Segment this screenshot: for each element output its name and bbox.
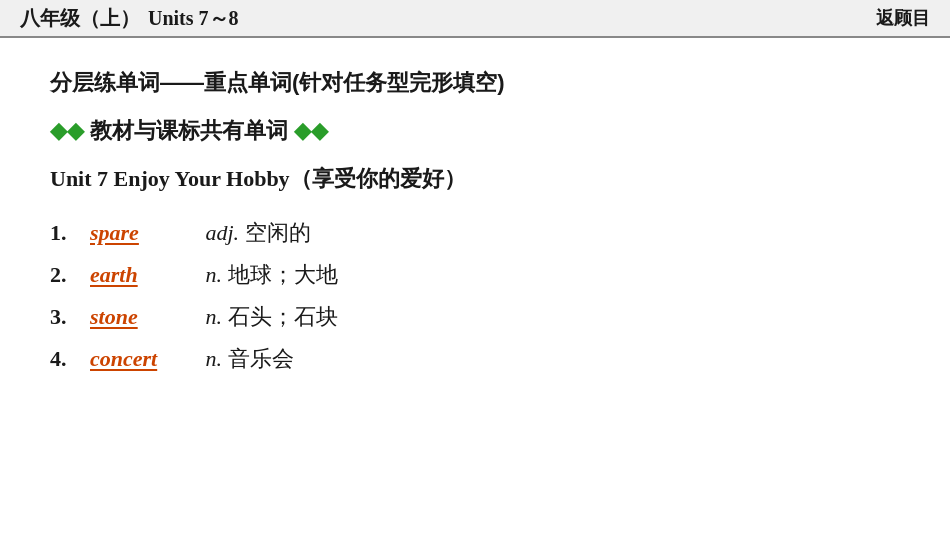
vocab-word-4: concert	[90, 346, 200, 372]
list-item: 1. spare adj. 空闲的	[50, 214, 900, 252]
vocab-pos-3: n.	[206, 304, 223, 330]
vocab-word-2: earth	[90, 262, 200, 288]
vocab-meaning-4: 音乐会	[228, 344, 294, 374]
header-units: Units 7～8	[148, 5, 239, 32]
vocab-number-1: 1.	[50, 220, 90, 246]
vocab-word-1: spare	[90, 220, 200, 246]
list-item: 4. concert n. 音乐会	[50, 340, 900, 378]
diamond-left-icon: ◆◆	[50, 118, 84, 144]
main-content: 分层练单词——重点单词(针对任务型完形填空) ◆◆ 教材与课标共有单词 ◆◆ U…	[0, 38, 950, 398]
vocab-list: 1. spare adj. 空闲的 2. earth n. 地球；大地 3. s…	[50, 214, 900, 378]
diamond-right-icon: ◆◆	[294, 118, 328, 144]
vocab-pos-2: n.	[206, 262, 223, 288]
unit-title-en: Unit 7 Enjoy Your Hobby	[50, 166, 290, 191]
section-title: 分层练单词——重点单词(针对任务型完形填空)	[50, 68, 900, 98]
vocab-word-3: stone	[90, 304, 200, 330]
vocab-number-2: 2.	[50, 262, 90, 288]
subsection-label: 教材与课标共有单词	[90, 116, 288, 146]
vocab-pos-1: adj.	[206, 220, 240, 246]
header-grade: 八年级（上）	[20, 5, 140, 32]
list-item: 3. stone n. 石头；石块	[50, 298, 900, 336]
unit-title: Unit 7 Enjoy Your Hobby（享受你的爱好）	[50, 164, 900, 194]
header: 八年级（上） Units 7～8 返顾目	[0, 0, 950, 38]
vocab-number-3: 3.	[50, 304, 90, 330]
unit-title-cn: （享受你的爱好）	[290, 166, 466, 191]
return-button[interactable]: 返顾目	[876, 6, 930, 30]
vocab-meaning-1: 空闲的	[245, 218, 311, 248]
vocab-meaning-3: 石头；石块	[228, 302, 338, 332]
subsection-title: ◆◆ 教材与课标共有单词 ◆◆	[50, 116, 900, 146]
header-left: 八年级（上） Units 7～8	[20, 5, 239, 32]
list-item: 2. earth n. 地球；大地	[50, 256, 900, 294]
vocab-meaning-2: 地球；大地	[228, 260, 338, 290]
vocab-pos-4: n.	[206, 346, 223, 372]
vocab-number-4: 4.	[50, 346, 90, 372]
